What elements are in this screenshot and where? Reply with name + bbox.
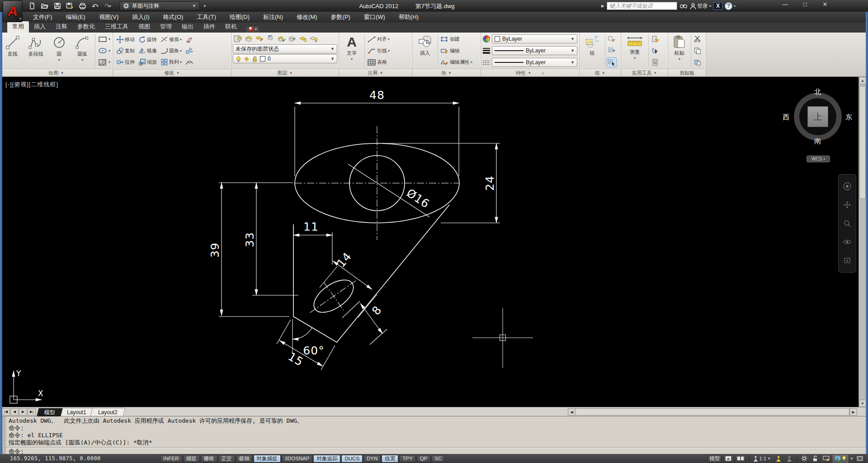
- layer-properties-button[interactable]: [233, 33, 243, 43]
- panel-label-modify[interactable]: 修改▼: [113, 69, 231, 76]
- dialog-launcher-icon[interactable]: ↘: [541, 71, 544, 75]
- cut-button[interactable]: [693, 34, 703, 44]
- toggle-otrack[interactable]: 对象追踪: [313, 455, 340, 463]
- horizontal-scrollbar[interactable]: ◀ ▶: [568, 408, 857, 416]
- hardware-acceleration-button[interactable]: [821, 455, 831, 463]
- layer-previous-button[interactable]: [265, 33, 275, 43]
- showmotion-icon[interactable]: [842, 255, 852, 265]
- menu-dimension[interactable]: 标注(N): [256, 12, 290, 23]
- quick-view-layouts-button[interactable]: [723, 455, 733, 463]
- copy-base-button[interactable]: [693, 57, 703, 67]
- rotate-button[interactable]: 旋转: [137, 34, 158, 45]
- command-line-window[interactable]: Autodesk DWG。 此文件上次由 Autodesk 应用程序或 Auto…: [0, 416, 868, 454]
- horizontal-scrollbar-thumb[interactable]: [576, 409, 849, 415]
- toggle-dyn[interactable]: DYN: [363, 455, 381, 463]
- quick-view-drawings-button[interactable]: [735, 455, 746, 463]
- coordinate-readout[interactable]: 165.9265, 115.9875, 0.0000: [10, 455, 127, 462]
- group-selection-toggle[interactable]: [607, 57, 617, 67]
- previous-tab-button[interactable]: ◀: [10, 408, 19, 416]
- tab-output[interactable]: 输出: [177, 21, 198, 33]
- vertical-scrollbar-thumb[interactable]: [859, 86, 866, 199]
- mirror-button[interactable]: 镜像: [137, 46, 158, 56]
- layout2-tab[interactable]: Layout2: [90, 408, 125, 416]
- wcs-menu[interactable]: WCS▾: [807, 156, 830, 162]
- first-tab-button[interactable]: |◀: [2, 408, 10, 416]
- tab-view[interactable]: 视图: [133, 21, 155, 33]
- calculator-button[interactable]: [650, 57, 660, 67]
- tab-home[interactable]: 常用: [7, 21, 29, 33]
- toggle-lineweight[interactable]: 线宽: [382, 455, 398, 463]
- menu-window[interactable]: 窗口(W): [357, 12, 392, 23]
- infocenter-expand-button[interactable]: ▶: [601, 4, 604, 8]
- next-tab-button[interactable]: ▶: [19, 408, 27, 416]
- model-space-button[interactable]: 模型: [708, 455, 722, 463]
- stretch-button[interactable]: 拉伸: [115, 57, 136, 67]
- search-input[interactable]: [607, 2, 677, 10]
- panel-label-annotation[interactable]: 注释▼: [339, 69, 412, 76]
- leader-button[interactable]: 引线▾: [366, 46, 391, 56]
- panel-label-properties[interactable]: 特性▼↘: [481, 69, 579, 76]
- viewcube[interactable]: 上 北 南 西 东: [794, 93, 841, 140]
- layer-unlock-icon[interactable]: [252, 56, 258, 62]
- compass-west-label[interactable]: 西: [783, 113, 789, 122]
- toggle-polar[interactable]: 极轴: [236, 455, 253, 463]
- erase-button[interactable]: [184, 35, 194, 45]
- object-color-combo[interactable]: ByLayer▼: [492, 34, 577, 43]
- last-tab-button[interactable]: ▶|: [28, 408, 36, 416]
- toolbar-lock-button[interactable]: [811, 455, 820, 463]
- menu-parametric[interactable]: 参数(P): [324, 12, 357, 23]
- steering-wheel-icon[interactable]: [842, 181, 852, 191]
- panel-label-block[interactable]: 块▼: [412, 69, 481, 76]
- plot-button[interactable]: [77, 1, 88, 10]
- fillet-button[interactable]: 圆角▾: [160, 46, 183, 56]
- toggle-osnap[interactable]: 对象捕捉: [254, 455, 281, 463]
- panel-label-draw[interactable]: 绘图▼: [0, 69, 113, 76]
- layer-unisolate-button[interactable]: [287, 33, 297, 43]
- line-tool-button[interactable]: 直线: [1, 33, 24, 68]
- toggle-snap[interactable]: 捕捉: [183, 455, 200, 463]
- annotation-scale-button[interactable]: 1:1▼: [752, 455, 772, 463]
- status-tray[interactable]: [833, 455, 848, 463]
- tab-online[interactable]: 联机: [220, 21, 242, 33]
- maximize-button[interactable]: □: [801, 1, 809, 8]
- trim-button[interactable]: 修剪▾: [160, 34, 183, 45]
- toggle-ortho[interactable]: 正交: [218, 455, 235, 463]
- close-button[interactable]: ✕: [821, 1, 829, 8]
- layer-color-swatch[interactable]: [260, 56, 265, 61]
- group-edit-button[interactable]: [607, 46, 617, 56]
- layer-state-button[interactable]: [244, 33, 254, 43]
- tab-insert[interactable]: 插入: [29, 21, 51, 33]
- text-tool-button[interactable]: A 文字 ▾: [340, 33, 363, 68]
- scroll-down-arrow[interactable]: ▼: [859, 400, 866, 407]
- panel-label-clipboard[interactable]: 剪贴板: [668, 69, 706, 76]
- layer-state-combo[interactable]: 未保存的图层状态▼: [233, 44, 337, 53]
- toggle-infer[interactable]: INFER: [160, 455, 182, 463]
- sign-in-button[interactable]: 登录: [690, 1, 708, 10]
- move-button[interactable]: 移动: [115, 34, 136, 45]
- compass-south-label[interactable]: 南: [814, 137, 821, 146]
- toggle-3dosnap[interactable]: 3DOSNAP: [282, 455, 313, 463]
- clean-screen-button[interactable]: [855, 455, 864, 463]
- annotation-visibility-button[interactable]: [774, 455, 783, 463]
- layer-combo[interactable]: 0 ▼: [233, 54, 337, 63]
- linetype-combo[interactable]: ByLayer▼: [492, 58, 577, 67]
- panel-label-layers[interactable]: 图层▼: [231, 69, 339, 76]
- ungroup-button[interactable]: [607, 34, 617, 44]
- toggle-sc[interactable]: SC: [431, 455, 445, 463]
- toggle-tpy[interactable]: TPY: [399, 455, 415, 463]
- undo-button[interactable]: ↶▾: [90, 1, 101, 10]
- new-file-button[interactable]: [26, 1, 38, 10]
- scroll-up-arrow[interactable]: ▲: [859, 77, 866, 84]
- tab-manage[interactable]: 管理: [155, 21, 177, 33]
- linetype-icon[interactable]: [483, 61, 490, 65]
- navigation-bar[interactable]: [838, 174, 856, 273]
- workspace-switching-button[interactable]: [800, 455, 809, 463]
- lineweight-icon[interactable]: [483, 48, 490, 54]
- array-button[interactable]: 阵列▾: [160, 57, 183, 67]
- lineweight-combo[interactable]: ByLayer▼: [492, 46, 577, 55]
- viewport-controls-label[interactable]: [-][俯视][二维线框]: [5, 80, 58, 89]
- join-button[interactable]: [184, 57, 194, 67]
- color-wheel-icon[interactable]: [483, 35, 490, 43]
- annotation-autoscale-button[interactable]: [785, 455, 794, 463]
- save-as-button[interactable]: [64, 1, 75, 10]
